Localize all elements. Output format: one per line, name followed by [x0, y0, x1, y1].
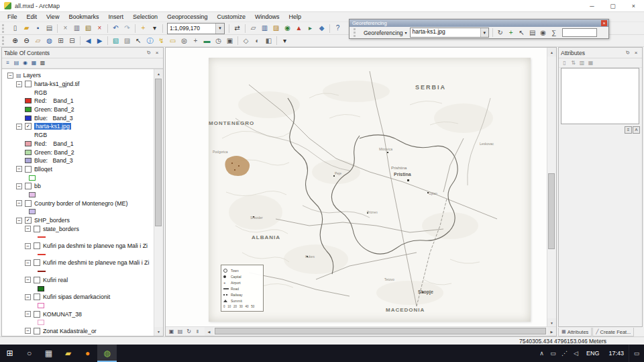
file-explorer-button[interactable]: ▰ [58, 345, 78, 362]
symbol-swatch[interactable] [25, 98, 32, 103]
menu-help[interactable]: Help [284, 13, 307, 20]
attr-sort-icon[interactable]: ⇅ [569, 59, 578, 67]
layer-checkbox[interactable] [34, 277, 40, 283]
pan-zoom-sync-icon[interactable]: ⇄ [231, 23, 243, 34]
add-control-points-icon[interactable]: + [506, 28, 517, 38]
fixed-zoom-out-icon[interactable]: ⊟ [66, 36, 78, 46]
table-of-contents-icon[interactable]: ▥ [259, 23, 270, 34]
zoom-to-selected-link-icon[interactable]: ◉ [538, 28, 549, 38]
viewer-window-icon[interactable]: ▣ [224, 36, 235, 46]
volume-icon[interactable]: ◁ [570, 350, 582, 357]
search-window-icon[interactable]: ◉ [282, 23, 293, 34]
tab-create-features[interactable]: ╱ Create Feat... [592, 328, 634, 336]
scrollbar-thumb[interactable] [215, 328, 546, 334]
tab-attributes[interactable]: ▦ Attributes [558, 328, 592, 336]
symbol-swatch[interactable] [25, 116, 32, 121]
touch-keyboard-icon[interactable]: ▭ [547, 350, 559, 357]
toc-layer-row[interactable]: RGB [2, 131, 154, 140]
toolbar-grip[interactable] [2, 24, 7, 33]
symbol-swatch[interactable] [29, 209, 36, 214]
layer-checkbox[interactable] [34, 328, 40, 334]
toc-layer-row[interactable]: −KOMUNAT_38 [2, 310, 154, 318]
start-button[interactable]: ⊞ [0, 345, 19, 362]
scroll-right-icon[interactable]: ▶ [547, 327, 556, 336]
symbol-swatch[interactable] [38, 254, 46, 255]
layout-view-icon[interactable]: ▤ [176, 328, 184, 336]
pan-icon[interactable]: ▱ [32, 36, 44, 46]
symbol-swatch[interactable] [29, 192, 36, 197]
toc-symbol-row[interactable] [2, 191, 154, 199]
open-map-icon[interactable]: ▰ [21, 23, 32, 34]
map-vertical-scrollbar[interactable]: ▲ ▼ [547, 48, 556, 327]
georeferencing-menu-button[interactable]: Georeferencing ▾ [361, 28, 410, 38]
toc-layer-row[interactable]: Blue: Band_3 [2, 114, 154, 122]
undo-icon[interactable]: ↶ [110, 23, 121, 34]
map-scale-value[interactable]: 1:1,099,170 [168, 25, 215, 32]
cut-icon[interactable]: × [60, 23, 71, 34]
select-features-icon[interactable]: ▧ [110, 36, 121, 46]
symbol-swatch[interactable] [38, 236, 46, 238]
expander-icon[interactable]: − [16, 81, 22, 87]
scroll-down-icon[interactable]: ▼ [154, 327, 163, 336]
toc-layer-row[interactable]: −Kufiri sipas demarkacionit [2, 293, 154, 302]
toc-symbol-row[interactable] [2, 173, 154, 182]
add-data-icon[interactable]: + [138, 23, 149, 34]
toc-layer-row[interactable]: −state_borders [2, 224, 154, 233]
toc-layer-row[interactable]: −✓harta-ks1.jpg [2, 122, 154, 131]
toc-symbol-row[interactable] [2, 250, 154, 259]
symbol-swatch[interactable] [25, 158, 32, 163]
georeferencing-close-icon[interactable]: × [601, 20, 607, 26]
go-to-xy-icon[interactable]: + [190, 36, 201, 46]
expander-icon[interactable]: − [25, 277, 31, 283]
list-by-selection-icon[interactable]: ▦ [30, 59, 38, 67]
arctoolbox-icon[interactable]: ▲ [293, 23, 305, 34]
menu-geoprocessing[interactable]: Geoprocessing [162, 13, 213, 20]
editor-toolbar-icon[interactable]: ▱ [248, 23, 259, 34]
toc-layer-row[interactable]: −harta-ks1_gjnd.tif [2, 80, 154, 89]
symbol-swatch[interactable] [38, 286, 44, 291]
scroll-up-icon[interactable]: ▲ [547, 48, 556, 56]
swipe-layer-icon[interactable]: ◧ [263, 36, 274, 46]
copy-icon[interactable]: ▥ [71, 23, 83, 34]
add-data-dropdown-icon[interactable]: ▾ [149, 23, 160, 34]
layer-checkbox[interactable]: ✓ [25, 217, 32, 224]
paste-icon[interactable]: ▧ [83, 23, 94, 34]
scroll-left-icon[interactable]: ◀ [205, 327, 213, 336]
toc-layer-row[interactable]: −Kufiri me deshmi te planeve nga Mali i … [2, 259, 154, 267]
toc-layer-row[interactable]: Blue: Band_3 [2, 156, 154, 165]
menu-windows[interactable]: Windows [250, 13, 284, 20]
minimize-button[interactable]: ─ [582, 0, 602, 11]
expander-icon[interactable]: − [16, 183, 22, 189]
symbol-swatch[interactable] [25, 107, 32, 112]
toolbar-grip[interactable] [2, 36, 7, 45]
expander-icon[interactable]: − [16, 218, 22, 224]
toc-symbol-row[interactable] [2, 318, 154, 327]
search-button[interactable]: ○ [19, 345, 39, 362]
symbol-swatch[interactable] [25, 141, 32, 146]
forward-extent-icon[interactable]: ▶ [94, 36, 105, 46]
catalog-window-icon[interactable]: ▨ [270, 23, 282, 34]
menu-file[interactable]: File [3, 13, 22, 20]
menu-selection[interactable]: Selection [128, 13, 162, 20]
toc-symbol-row[interactable] [2, 302, 154, 310]
layer-checkbox[interactable] [34, 226, 40, 232]
select-link-icon[interactable]: ↖ [517, 28, 527, 38]
hidden-icons-chevron[interactable]: ∧ [536, 350, 547, 357]
rotate-image-icon[interactable]: ↻ [495, 28, 506, 38]
new-map-icon[interactable]: ▯ [9, 23, 21, 34]
attributes-header[interactable]: Attributes ϙ × [559, 48, 642, 58]
firefox-button[interactable]: ● [78, 345, 97, 362]
expander-icon[interactable]: − [25, 243, 31, 249]
chevron-down-icon[interactable]: ▼ [480, 28, 488, 37]
toc-layer-row[interactable]: Green: Band_2 [2, 105, 154, 114]
help-whats-this-icon[interactable]: ? [332, 23, 343, 34]
georeferencing-titlebar[interactable]: Georeferencing × [350, 19, 608, 27]
attr-auto-apply-icon[interactable]: A [633, 126, 640, 134]
layer-checkbox[interactable] [25, 166, 32, 173]
modelbuilder-icon[interactable]: ◆ [316, 23, 327, 34]
toc-layer-row[interactable]: −Country border of Montenegro (ME) [2, 199, 154, 208]
scrollbar-thumb[interactable] [548, 173, 555, 248]
toc-symbol-row[interactable] [2, 284, 154, 293]
layer-checkbox[interactable] [34, 242, 40, 249]
delete-icon[interactable]: × [94, 23, 105, 34]
